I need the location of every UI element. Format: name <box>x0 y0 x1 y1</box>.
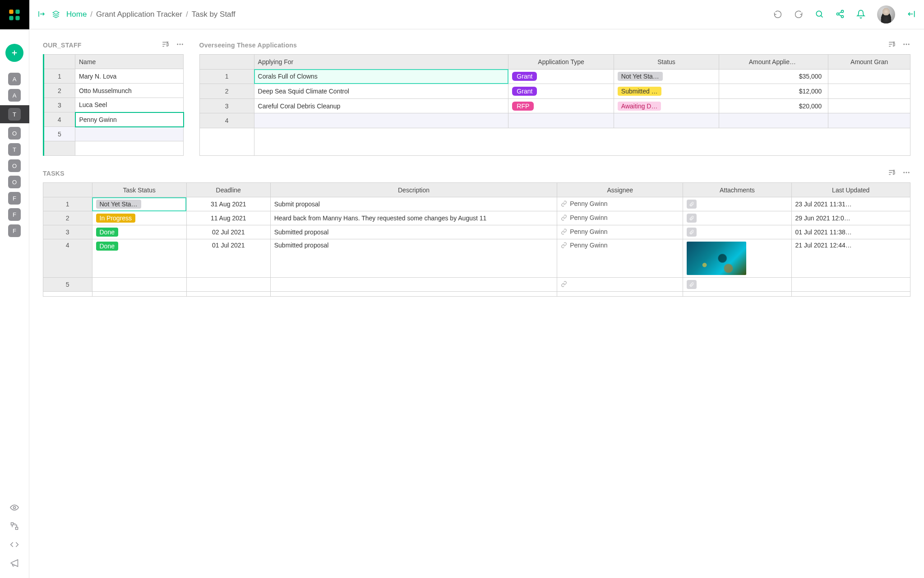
tasks-attach-cell[interactable] <box>683 278 791 292</box>
tasks-deadline-cell[interactable] <box>186 278 270 292</box>
applications-grid[interactable]: Applying ForApplication TypeStatusAmount… <box>199 54 911 156</box>
tasks-status-cell[interactable]: In Progress <box>92 211 186 225</box>
apps-header-status[interactable]: Status <box>614 55 719 70</box>
tasks-deadline-cell[interactable]: 01 Jul 2021 <box>186 239 270 278</box>
attachment-thumbnail[interactable] <box>687 242 746 275</box>
apps-rownum[interactable]: 1 <box>199 69 254 84</box>
tasks-status-cell[interactable]: Not Yet Sta… <box>92 197 186 211</box>
undo-icon[interactable] <box>773 9 782 20</box>
bell-icon[interactable] <box>856 9 865 20</box>
sidebar-item-8[interactable]: F <box>8 208 21 221</box>
sidebar-item-3[interactable]: O <box>8 127 21 140</box>
sidebar-item-6[interactable]: O <box>8 176 21 188</box>
tasks-status-cell[interactable] <box>92 278 186 292</box>
tasks-desc-cell[interactable]: Heard back from Manny Hans. They request… <box>270 211 557 225</box>
tasks-rownum[interactable]: 4 <box>43 239 92 278</box>
tasks-updated-cell[interactable]: 29 Jun 2021 12:0… <box>791 211 910 225</box>
staff-name-cell[interactable]: Otto Musselmunch <box>75 84 184 98</box>
tasks-desc-cell[interactable]: Submit proposal <box>270 197 557 211</box>
staff-rownum[interactable]: 4 <box>44 112 75 127</box>
apps-applying-cell[interactable] <box>254 113 508 128</box>
apps-type-cell[interactable]: Grant <box>508 69 614 84</box>
tasks-header-desc[interactable]: Description <box>270 183 557 197</box>
tasks-grid[interactable]: Task StatusDeadlineDescriptionAssigneeAt… <box>43 182 910 297</box>
announce-icon[interactable] <box>10 559 19 569</box>
tasks-deadline-cell[interactable]: 02 Jul 2021 <box>186 225 270 239</box>
tasks-updated-cell[interactable]: 01 Jul 2021 11:38… <box>791 225 910 239</box>
staff-grid[interactable]: Name1Mary N. Lova2Otto Musselmunch3Luca … <box>43 54 184 156</box>
apps-type-cell[interactable]: RFP <box>508 98 614 113</box>
filter-icon[interactable] <box>888 168 896 178</box>
paperclip-icon[interactable] <box>687 228 697 237</box>
tasks-status-cell[interactable]: Done <box>92 239 186 278</box>
preview-icon[interactable] <box>10 503 19 513</box>
apps-header-amount[interactable]: Amount Applie… <box>719 55 828 70</box>
tasks-rownum[interactable]: 2 <box>43 211 92 225</box>
apps-granted-cell[interactable] <box>828 69 910 84</box>
staff-name-cell[interactable]: Penny Gwinn <box>75 112 184 127</box>
tasks-assignee-cell[interactable] <box>557 278 683 292</box>
tasks-deadline-cell[interactable]: 11 Aug 2021 <box>186 211 270 225</box>
apps-granted-cell[interactable] <box>828 84 910 99</box>
apps-rownum[interactable]: 3 <box>199 98 254 113</box>
tasks-updated-cell[interactable]: 21 Jul 2021 12:44… <box>791 239 910 278</box>
tasks-rownum[interactable]: 3 <box>43 225 92 239</box>
layers-icon[interactable] <box>52 10 60 19</box>
apps-header-granted[interactable]: Amount Gran <box>828 55 910 70</box>
paperclip-icon[interactable] <box>687 200 697 209</box>
apps-granted-cell[interactable] <box>828 113 910 128</box>
tasks-desc-cell[interactable] <box>270 278 557 292</box>
staff-name-cell[interactable]: Luca Seel <box>75 98 184 112</box>
sidebar-item-4[interactable]: T <box>8 143 21 156</box>
staff-rownum[interactable]: 3 <box>44 98 75 112</box>
tasks-header-deadline[interactable]: Deadline <box>186 183 270 197</box>
apps-amount-cell[interactable]: $35,000 <box>719 69 828 84</box>
more-icon[interactable] <box>902 40 910 50</box>
tasks-attach-cell[interactable] <box>683 239 791 278</box>
tasks-deadline-cell[interactable]: 31 Aug 2021 <box>186 197 270 211</box>
tasks-rownum[interactable]: 1 <box>43 197 92 211</box>
apps-applying-cell[interactable]: Corals Full of Clowns <box>254 69 508 84</box>
apps-rownum[interactable]: 4 <box>199 113 254 128</box>
tasks-header-attach[interactable]: Attachments <box>683 183 791 197</box>
sidebar-item-2[interactable]: T <box>0 105 29 123</box>
apps-status-cell[interactable] <box>614 113 719 128</box>
tasks-attach-cell[interactable] <box>683 197 791 211</box>
sidebar-item-5[interactable]: O <box>8 159 21 172</box>
apps-status-cell[interactable]: Awaiting D… <box>614 98 719 113</box>
filter-icon[interactable] <box>888 40 896 50</box>
staff-rownum[interactable]: 2 <box>44 84 75 98</box>
breadcrumb-leaf[interactable]: Task by Staff <box>192 10 236 19</box>
sidebar-item-9[interactable]: F <box>8 224 21 237</box>
apps-status-cell[interactable]: Submitted … <box>614 84 719 99</box>
staff-rownum[interactable]: 5 <box>44 127 75 141</box>
apps-header-applying[interactable]: Applying For <box>254 55 508 70</box>
sidebar-item-1[interactable]: A <box>8 89 21 102</box>
staff-name-cell[interactable] <box>75 127 184 141</box>
share-icon[interactable] <box>836 9 845 20</box>
tasks-attach-cell[interactable] <box>683 225 791 239</box>
staff-name-cell[interactable]: Mary N. Lova <box>75 69 184 84</box>
hierarchy-icon[interactable] <box>10 522 19 532</box>
search-icon[interactable] <box>815 9 824 20</box>
add-button[interactable] <box>5 44 23 62</box>
apps-status-cell[interactable]: Not Yet Sta… <box>614 69 719 84</box>
apps-applying-cell[interactable]: Deep Sea Squid Climate Control <box>254 84 508 99</box>
tasks-rownum[interactable]: 5 <box>43 278 92 292</box>
staff-header-name[interactable]: Name <box>75 55 184 69</box>
sidebar-item-0[interactable]: A <box>8 73 21 85</box>
apps-type-cell[interactable] <box>508 113 614 128</box>
tasks-assignee-cell[interactable]: Penny Gwinn <box>557 197 683 211</box>
breadcrumb-tracker[interactable]: Grant Application Tracker <box>96 10 182 19</box>
apps-amount-cell[interactable]: $12,000 <box>719 84 828 99</box>
tasks-assignee-cell[interactable]: Penny Gwinn <box>557 211 683 225</box>
tasks-header-assignee[interactable]: Assignee <box>557 183 683 197</box>
tasks-attach-cell[interactable] <box>683 211 791 225</box>
paperclip-icon[interactable] <box>687 280 697 289</box>
paperclip-icon[interactable] <box>687 214 697 223</box>
redo-icon[interactable] <box>794 9 803 20</box>
tasks-updated-cell[interactable]: 23 Jul 2021 11:31… <box>791 197 910 211</box>
apps-granted-cell[interactable] <box>828 98 910 113</box>
tasks-updated-cell[interactable] <box>791 278 910 292</box>
apps-rownum[interactable]: 2 <box>199 84 254 99</box>
